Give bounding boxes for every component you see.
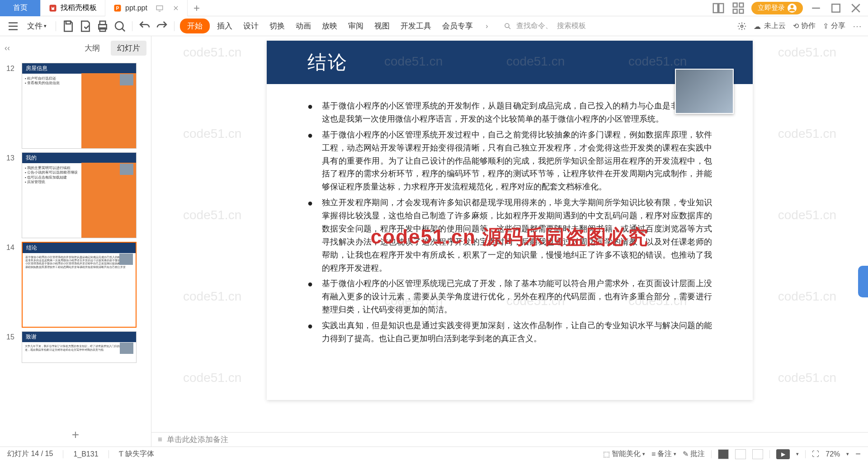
tab-label: ppt.ppt [125, 4, 147, 12]
search-cmd-text[interactable]: 查找命令、 [516, 21, 552, 31]
layout-icon[interactable] [712, 1, 725, 15]
workspace: ‹‹ 大纲 幻灯片 12 房屋信息• 租户可自行选归还• 查看相关的信息信息 1… [0, 36, 868, 447]
hamburger-icon[interactable] [6, 19, 20, 33]
tab-templates[interactable]: 找稻壳模板 [41, 0, 105, 16]
svg-rect-12 [66, 21, 71, 24]
slideshow-menu[interactable]: 放映 [318, 19, 341, 33]
zoom-level[interactable]: 72% [826, 450, 840, 458]
notes-toggle[interactable]: ≡备注▾ [651, 449, 676, 459]
thumbnail-12[interactable]: 房屋信息• 租户可自行选归还• 查看相关的信息信息 [22, 63, 137, 149]
thumb-num: 12 [6, 63, 18, 73]
comment-icon: ✎ [683, 450, 689, 458]
cloud-icon: ☁ [754, 22, 762, 30]
search-tpl-text[interactable]: 搜索模板 [557, 21, 586, 31]
sorter-view-button[interactable] [735, 449, 746, 459]
settings-icon[interactable] [737, 22, 746, 31]
docer-icon [49, 4, 57, 12]
fit-button[interactable]: ⛶ [812, 450, 819, 458]
thumbnail-13[interactable]: 我的• 我的主要英明可以进行续租• 公告小说的有可以选择能否增设• 也可以点击相… [22, 152, 137, 238]
minimize-button[interactable] [809, 1, 823, 15]
more-icon[interactable]: ⋯ [853, 21, 862, 32]
collapse-icon[interactable]: ‹‹ [5, 43, 10, 53]
save-as-icon[interactable] [79, 19, 92, 33]
file-menu[interactable]: 文件▾ [24, 19, 50, 33]
transition-menu[interactable]: 切换 [266, 19, 288, 33]
start-menu[interactable]: 开始 [180, 19, 210, 33]
normal-view-button[interactable] [718, 449, 729, 459]
watermark-bg: code51.cn [183, 127, 241, 141]
display-mode-icon[interactable] [156, 4, 164, 12]
cube-icon: ⬚ [603, 450, 610, 458]
redo-icon[interactable] [155, 19, 169, 33]
zoom-out-button[interactable]: − [855, 449, 861, 459]
collab-icon: ⟲ [793, 22, 799, 30]
share-button[interactable]: ⇪分享 [823, 21, 845, 31]
insert-menu[interactable]: 插入 [213, 19, 236, 33]
cloud-button[interactable]: ☁未上云 [754, 21, 786, 31]
print-icon[interactable] [96, 19, 109, 33]
review-menu[interactable]: 审阅 [344, 19, 367, 33]
new-tab-button[interactable]: + [188, 2, 206, 14]
notes-pane[interactable]: ≡ 单击此处添加备注 [151, 432, 868, 447]
save-icon[interactable] [61, 19, 75, 33]
side-panel-handle[interactable] [858, 266, 868, 297]
thumb-num: 14 [6, 242, 18, 252]
svg-rect-3 [156, 5, 163, 9]
view-menu[interactable]: 视图 [371, 19, 393, 33]
slide-area: code51.cn code51.cn code51.cn code51.cn … [151, 36, 868, 432]
login-button[interactable]: 立即登录 [751, 2, 803, 14]
watermark-bg: code51.cn [778, 371, 836, 385]
slide[interactable]: 结论 ●基于微信小程序的小区管理系统的开发制作，从题目确定到成品完成，自己投入的… [267, 41, 753, 400]
watermark-bg: code51.cn [778, 45, 836, 60]
play-dropdown[interactable]: ▾ [796, 451, 799, 457]
chevron-right-icon[interactable]: › [480, 19, 494, 33]
comments-toggle[interactable]: ✎批注 [683, 449, 705, 459]
user-icon [788, 4, 797, 13]
reading-view-button[interactable] [752, 449, 763, 459]
tab-current-file[interactable]: P ppt.ppt [105, 0, 188, 16]
design-menu[interactable]: 设计 [240, 19, 262, 33]
watermark-bg: code51.cn [778, 127, 836, 141]
beautify-button[interactable]: ⬚智能美化▾ [603, 449, 645, 459]
thumbnail-14[interactable]: 结论基于微信小程序的小区管理系统的开发制作从题目确定到成品完成自己投入的精力与心… [22, 242, 137, 328]
svg-text:P: P [116, 5, 119, 10]
svg-rect-8 [733, 9, 737, 13]
bullet-icon: ● [307, 277, 313, 316]
apps-icon[interactable] [731, 1, 745, 15]
devtools-menu[interactable]: 开发工具 [397, 19, 435, 33]
close-icon[interactable] [173, 5, 179, 11]
close-button[interactable] [849, 1, 863, 15]
thumb-num: 13 [6, 152, 18, 162]
tab-label: 找稻壳模板 [61, 3, 97, 13]
svg-point-16 [115, 22, 123, 30]
svg-rect-9 [740, 9, 744, 13]
undo-icon[interactable] [138, 19, 151, 33]
tab-home[interactable]: 首页 [0, 0, 41, 16]
svg-rect-14 [100, 21, 106, 24]
slide-counter: 幻灯片 14 / 15 [7, 449, 53, 459]
bullet-icon: ● [307, 99, 313, 126]
watermark-bg: code51.cn [183, 45, 241, 60]
collab-button[interactable]: ⟲协作 [793, 21, 816, 31]
maximize-button[interactable] [829, 1, 843, 15]
bullet-text: 实践出真知，但是知识也是通过实践变得更加深刻，这次作品制作，让自己的专业知识水平… [322, 319, 712, 345]
thumbnail-15[interactable]: 致谢大学几年下来，我不仅学到了计算机方面的专业知识，经了讲求真求知入门归的经验大… [22, 331, 137, 363]
svg-rect-4 [713, 4, 718, 13]
bullet-icon: ● [307, 128, 313, 193]
watermark-bg: code51.cn [183, 371, 241, 385]
search-icon [504, 22, 512, 30]
svg-point-17 [505, 24, 509, 28]
play-button[interactable]: ▶ [776, 449, 790, 459]
sidebar: ‹‹ 大纲 幻灯片 12 房屋信息• 租户可自行选归还• 查看相关的信息信息 1… [0, 36, 151, 447]
vip-menu[interactable]: 会员专享 [439, 19, 476, 33]
animation-menu[interactable]: 动画 [292, 19, 315, 33]
add-slide-button[interactable]: + [0, 423, 151, 447]
preview-icon[interactable] [113, 19, 127, 33]
svg-point-10 [791, 5, 794, 8]
slide-image [675, 69, 734, 114]
slide-title: 结论 [307, 50, 348, 75]
outline-tab[interactable]: 大纲 [78, 41, 106, 56]
slides-tab[interactable]: 幻灯片 [111, 41, 146, 56]
missing-fonts-button[interactable]: Ƭ缺失字体 [119, 449, 154, 459]
zoom-dropdown[interactable]: ▾ [846, 451, 849, 457]
